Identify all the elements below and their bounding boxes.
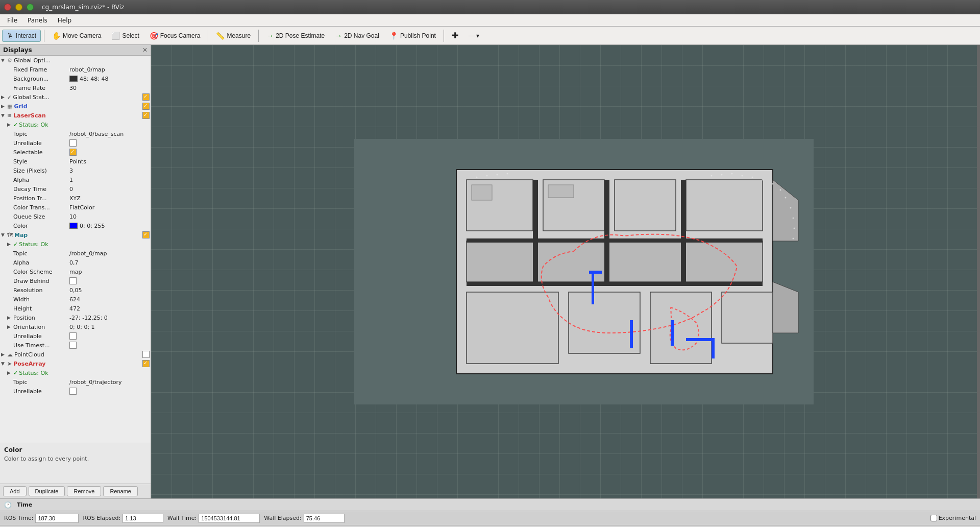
value-background: 48; 48; 48 xyxy=(69,76,150,82)
properties-title: Color xyxy=(4,446,146,453)
svg-point-33 xyxy=(762,179,764,181)
tree-item-map-width[interactable]: Width 624 xyxy=(0,295,151,304)
tree-item-laserscan-queue[interactable]: Queue Size 10 xyxy=(0,212,151,221)
svg-rect-5 xyxy=(686,180,763,231)
checkbox-global-status[interactable] xyxy=(142,93,150,101)
tree-item-laserscan-unreliable[interactable]: Unreliable xyxy=(0,138,151,148)
rename-button[interactable]: Rename xyxy=(103,486,138,496)
tree-item-map-drawbehind[interactable]: Draw Behind xyxy=(0,276,151,285)
add-button[interactable]: Add xyxy=(3,486,27,496)
minimize-button[interactable] xyxy=(15,4,22,11)
value-posearray-unreliable xyxy=(69,388,150,395)
focus-camera-icon: 🎯 xyxy=(150,32,158,40)
tree-item-map-unreliable[interactable]: Unreliable xyxy=(0,331,151,341)
svg-point-30 xyxy=(731,173,733,175)
svg-rect-7 xyxy=(467,292,558,364)
tree-item-map[interactable]: ▼ 🗺 Map xyxy=(0,230,151,239)
displays-panel: Displays ✕ ▼ ⚙ Global Opti... Fixed Fram… xyxy=(0,45,151,498)
displays-close-button[interactable]: ✕ xyxy=(142,46,148,54)
checkbox-posearray-unreliable[interactable] xyxy=(69,388,77,395)
view-resize-handle[interactable] xyxy=(977,45,980,498)
tree-item-laserscan-decay[interactable]: Decay Time 0 xyxy=(0,184,151,194)
tree-item-map-orientation[interactable]: ▶ Orientation 0; 0; 0; 1 xyxy=(0,322,151,331)
checkbox-map-drawbehind[interactable] xyxy=(69,277,77,284)
duplicate-button[interactable]: Duplicate xyxy=(29,486,65,496)
tree-item-laserscan-topic[interactable]: Topic /robot_0/base_scan xyxy=(0,129,151,138)
label-map-topic: Topic xyxy=(13,250,69,257)
checkbox-laserscan-selectable[interactable] xyxy=(69,149,77,156)
tree-item-laserscan-selectable[interactable]: Selectable xyxy=(0,148,151,157)
nav-goal-icon: → xyxy=(335,32,342,40)
tree-item-background[interactable]: Backgroun... 48; 48; 48 xyxy=(0,74,151,83)
tree-item-map-height[interactable]: Height 472 xyxy=(0,304,151,313)
maximize-button[interactable] xyxy=(27,4,34,11)
tree-item-posearray-status[interactable]: ▶ ✓ Status: Ok xyxy=(0,368,151,377)
wall-time-label: Wall Time: xyxy=(167,515,197,521)
time-label: Time xyxy=(17,501,32,508)
label-posearray-topic: Topic xyxy=(13,379,69,386)
checkbox-grid[interactable] xyxy=(142,103,150,110)
wall-time-input[interactable] xyxy=(199,514,260,523)
close-button[interactable] xyxy=(4,4,11,11)
tree-item-map-status[interactable]: ▶ ✓ Status: Ok xyxy=(0,239,151,249)
menu-panels[interactable]: Panels xyxy=(22,16,53,25)
tree-item-map-topic[interactable]: Topic /robot_0/map xyxy=(0,249,151,258)
tree-item-map-colorscheme[interactable]: Color Scheme map xyxy=(0,267,151,276)
svg-point-38 xyxy=(793,218,794,219)
pose-estimate-button[interactable]: → 2D Pose Estimate xyxy=(262,30,329,42)
tree-item-laserscan-size[interactable]: Size (Pixels) 3 xyxy=(0,166,151,175)
menu-file[interactable]: File xyxy=(2,16,22,25)
tree-item-posearray[interactable]: ▼ ➤ PoseArray xyxy=(0,359,151,368)
checkbox-laserscan-unreliable[interactable] xyxy=(69,139,77,147)
select-button[interactable]: ⬜ Select xyxy=(107,30,143,42)
tree-item-laserscan-color[interactable]: Color 0; 0; 255 xyxy=(0,221,151,230)
publish-point-icon: 📍 xyxy=(389,32,398,40)
checkbox-map-timestamp[interactable] xyxy=(69,342,77,349)
tree-item-laserscan-style[interactable]: Style Points xyxy=(0,157,151,166)
checkbox-map-unreliable[interactable] xyxy=(69,332,77,340)
tool-options-button[interactable]: — ▾ xyxy=(464,30,484,41)
publish-point-button[interactable]: 📍 Publish Point xyxy=(385,30,440,42)
3d-view[interactable] xyxy=(151,45,980,498)
remove-button[interactable]: Remove xyxy=(67,486,101,496)
tree-item-fixed-frame[interactable]: Fixed Frame robot_0/map xyxy=(0,65,151,74)
checkbox-laserscan[interactable] xyxy=(142,112,150,119)
move-camera-button[interactable]: ✋ Move Camera xyxy=(47,30,106,42)
tree-item-pointcloud[interactable]: ▶ ☁ PointCloud xyxy=(0,350,151,359)
tree-item-map-alpha[interactable]: Alpha 0,7 xyxy=(0,258,151,267)
tree-item-laserscan-position[interactable]: Position Tr... XYZ xyxy=(0,194,151,203)
ros-elapsed-input[interactable] xyxy=(122,514,163,523)
nav-goal-button[interactable]: → 2D Nav Goal xyxy=(330,30,384,42)
checkbox-map[interactable] xyxy=(142,231,150,238)
add-tool-button[interactable]: ✚ xyxy=(447,29,463,42)
tree-item-grid[interactable]: ▶ ▦ Grid xyxy=(0,102,151,111)
tree-item-frame-rate[interactable]: Frame Rate 30 xyxy=(0,83,151,92)
displays-title: Displays xyxy=(3,46,32,54)
wall-elapsed-section: Wall Elapsed: xyxy=(264,514,344,523)
tree-item-global-status[interactable]: ▶ ✓ Global Stat... xyxy=(0,92,151,102)
tree-item-global-options[interactable]: ▼ ⚙ Global Opti... xyxy=(0,56,151,65)
wall-elapsed-input[interactable] xyxy=(304,514,345,523)
interact-button[interactable]: 🖱 Interact xyxy=(2,30,41,42)
tree-item-laserscan-status[interactable]: ▶ ✓ Status: Ok xyxy=(0,120,151,129)
tree-item-laserscan[interactable]: ▼ ≋ LaserScan xyxy=(0,111,151,120)
experimental-checkbox[interactable] xyxy=(930,515,937,521)
ros-time-input[interactable] xyxy=(35,514,79,523)
svg-rect-8 xyxy=(569,292,640,353)
label-map: Map xyxy=(14,232,142,238)
tree-item-map-resolution[interactable]: Resolution 0,05 xyxy=(0,285,151,295)
tree-item-laserscan-alpha[interactable]: Alpha 1 xyxy=(0,175,151,184)
measure-button[interactable]: 📏 Measure xyxy=(211,30,255,42)
wall-time-section: Wall Time: xyxy=(167,514,260,523)
tree-item-posearray-unreliable[interactable]: Unreliable xyxy=(0,387,151,396)
checkbox-pointcloud[interactable] xyxy=(142,351,150,358)
displays-tree[interactable]: ▼ ⚙ Global Opti... Fixed Frame robot_0/m… xyxy=(0,56,151,443)
checkbox-posearray[interactable] xyxy=(142,360,150,367)
menu-help[interactable]: Help xyxy=(53,16,77,25)
label-laserscan-size: Size (Pixels) xyxy=(13,167,69,174)
focus-camera-button[interactable]: 🎯 Focus Camera xyxy=(145,30,205,42)
tree-item-posearray-topic[interactable]: Topic /robot_0/trajectory xyxy=(0,377,151,387)
tree-item-map-position[interactable]: ▶ Position -27; -12.25; 0 xyxy=(0,313,151,322)
tree-item-map-timestamp[interactable]: Use Timest... xyxy=(0,341,151,350)
tree-item-laserscan-colortrans[interactable]: Color Trans... FlatColor xyxy=(0,203,151,212)
